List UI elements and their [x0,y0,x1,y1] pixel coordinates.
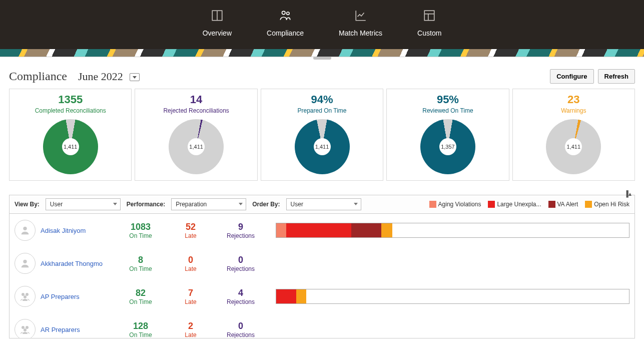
performance-select[interactable]: Preparation [171,198,246,210]
svg-point-9 [22,293,25,296]
ontime-value: 82 [116,288,166,298]
ontime-label: On Time [116,298,166,305]
configure-button[interactable]: Configure [550,69,593,84]
custom-icon [423,9,436,22]
user-link[interactable]: Adisak Jitniyom [41,227,116,234]
risk-bar[interactable] [276,223,629,238]
ontime-label: On Time [116,232,166,239]
list-row: Adisak Jitniyom1083On Time52Late9Rejecti… [10,214,634,247]
drag-handle[interactable] [313,57,331,60]
refresh-button[interactable]: Refresh [598,69,635,84]
period-dropdown-icon[interactable] [130,73,140,81]
kpi-label: Warnings [561,107,586,114]
svg-point-13 [26,326,29,329]
compliance-icon [279,9,292,22]
svg-point-11 [24,295,27,298]
list-row: Akkharadet Thongmo8On Time0Late0Rejectio… [10,247,634,280]
donut-chart: 1,357 [420,119,475,174]
ontime-value: 8 [116,255,166,265]
tab-custom[interactable]: Custom [417,9,441,37]
legend-item: Open Hi Risk [585,201,629,208]
late-value: 0 [166,255,216,265]
kpi-cards: 1355Completed Reconciliations1,41114Reje… [0,89,644,181]
legend-item: Large Unexpla... [488,201,541,208]
rejections-value: 0 [216,255,266,265]
late-label: Late [166,265,216,272]
donut-chart: 1,411 [546,119,601,174]
user-list[interactable]: Adisak Jitniyom1083On Time52Late9Rejecti… [9,213,635,338]
match-metrics-icon [354,9,367,22]
kpi-value: 23 [567,93,579,106]
risk-legend: Aging ViolationsLarge Unexpla...VA Alert… [429,201,629,208]
donut-total: 1,411 [314,138,331,155]
viewby-label: View By: [15,201,40,208]
kpi-card[interactable]: 1355Completed Reconciliations1,411 [9,89,132,181]
svg-point-10 [26,293,29,296]
rejections-label: Rejections [216,298,266,305]
svg-point-7 [23,227,27,230]
group-icon [15,286,36,307]
donut-total: 1,411 [565,138,582,155]
viewby-select[interactable]: User [46,198,121,210]
late-label: Late [166,331,216,338]
tab-compliance[interactable]: Compliance [267,9,304,37]
page-header: Compliance June 2022 Configure Refresh [0,60,644,89]
performance-label: Performance: [127,201,165,208]
overview-icon [211,9,224,22]
late-label: Late [166,232,216,239]
kpi-value: 14 [190,93,202,106]
user-link[interactable]: AP Preparers [41,293,116,300]
orderby-select[interactable]: User [286,198,361,210]
kpi-value: 1355 [58,93,83,106]
user-icon [15,253,36,274]
filter-bar: ▐▴ View By: User Performance: Preparatio… [9,195,635,213]
svg-point-8 [23,260,27,263]
ontime-value: 1083 [116,222,166,232]
donut-total: 1,411 [62,138,79,155]
donut-chart: 1,411 [43,119,98,174]
period-label: June 2022 [78,70,140,83]
donut-chart: 1,411 [295,119,350,174]
kpi-label: Completed Reconciliations [35,107,106,114]
top-nav: OverviewComplianceMatch MetricsCustom [0,0,644,49]
list-row: AR Preparers128On Time2Late0Rejections [10,313,634,338]
svg-rect-4 [424,11,434,21]
orderby-label: Order By: [252,201,280,208]
late-value: 7 [166,288,216,298]
donut-chart: 1,411 [169,119,224,174]
legend-item: VA Alert [548,201,578,208]
kpi-card[interactable]: 94%Prepared On Time1,411 [261,89,383,181]
tab-match-metrics[interactable]: Match Metrics [339,9,382,37]
rejections-label: Rejections [216,331,266,338]
ontime-label: On Time [116,265,166,272]
user-link[interactable]: AR Preparers [41,326,116,333]
kpi-value: 95% [437,93,459,106]
kpi-card[interactable]: 14Rejected Reconciliations1,411 [135,89,257,181]
user-icon [15,220,36,241]
list-row: AP Preparers82On Time7Late4Rejections [10,280,634,313]
scroll-indicator-icon: ▐▴ [624,190,631,197]
kpi-card[interactable]: 23Warnings1,411 [512,89,635,181]
rejections-label: Rejections [216,265,266,272]
rejections-value: 0 [216,321,266,331]
tab-overview[interactable]: Overview [203,9,232,37]
ontime-value: 128 [116,321,166,331]
late-value: 2 [166,321,216,331]
decorative-banner [0,49,644,57]
kpi-card[interactable]: 95%Reviewed On Time1,357 [386,89,509,181]
svg-point-12 [22,326,25,329]
rejections-label: Rejections [216,232,266,239]
kpi-label: Reviewed On Time [422,107,473,114]
svg-point-3 [287,12,289,15]
risk-bar[interactable] [276,289,629,304]
late-label: Late [166,298,216,305]
kpi-value: 94% [311,93,333,106]
user-link[interactable]: Akkharadet Thongmo [41,260,116,267]
rejections-value: 9 [216,222,266,232]
svg-point-14 [24,328,27,331]
kpi-label: Rejected Reconciliations [163,107,229,114]
risk-bar-cell [266,289,629,304]
donut-total: 1,357 [439,138,456,155]
risk-bar-cell [266,223,629,238]
page-title: Compliance [9,70,67,83]
